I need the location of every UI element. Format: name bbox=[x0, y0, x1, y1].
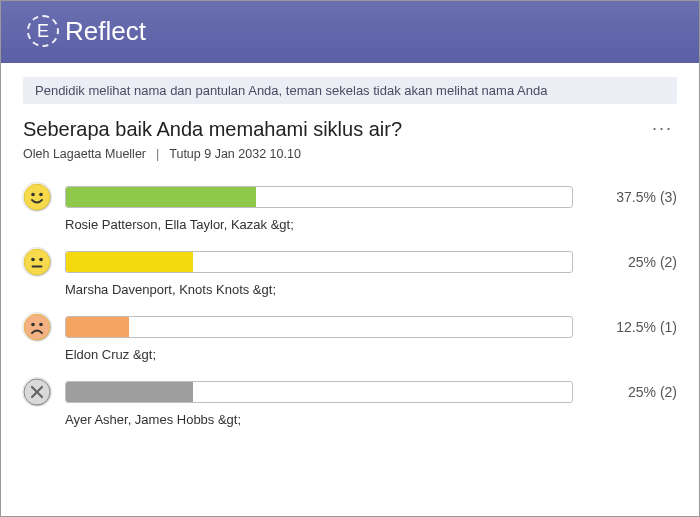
app-name: Reflect bbox=[65, 16, 146, 47]
result-bar bbox=[65, 251, 573, 273]
svg-point-7 bbox=[24, 314, 50, 340]
svg-point-0 bbox=[24, 184, 50, 210]
result-bar bbox=[65, 186, 573, 208]
result-percent: 25% (2) bbox=[587, 384, 677, 400]
app-logo: E Reflect bbox=[27, 15, 146, 47]
result-row: 25% (2)Marsha Davenport, Knots Knots &gt… bbox=[23, 248, 677, 297]
svg-point-5 bbox=[39, 258, 43, 262]
svg-point-2 bbox=[39, 193, 43, 197]
results-list: 37.5% (3)Rosie Patterson, Ella Taylor, K… bbox=[23, 183, 677, 427]
poll-question: Seberapa baik Anda memahami siklus air? bbox=[23, 118, 402, 141]
result-bar bbox=[65, 381, 573, 403]
result-bar-fill bbox=[66, 317, 129, 337]
logo-letter-icon: E bbox=[27, 15, 59, 47]
result-row: 37.5% (3)Rosie Patterson, Ella Taylor, K… bbox=[23, 183, 677, 232]
author-label: Oleh Lagaetta Mueller bbox=[23, 147, 146, 161]
result-percent: 12.5% (1) bbox=[587, 319, 677, 335]
result-percent: 25% (2) bbox=[587, 254, 677, 270]
happy-face-icon bbox=[23, 183, 51, 211]
privacy-notice: Pendidik melihat nama dan pantulan Anda,… bbox=[23, 77, 677, 104]
app-header: E Reflect bbox=[1, 1, 699, 63]
svg-point-3 bbox=[24, 249, 50, 275]
respondent-names[interactable]: Marsha Davenport, Knots Knots &gt; bbox=[65, 282, 677, 297]
none-face-icon bbox=[23, 378, 51, 406]
respondent-names[interactable]: Eldon Cruz &gt; bbox=[65, 347, 677, 362]
poll-meta: Oleh Lagaetta Mueller | Tutup 9 Jan 2032… bbox=[23, 147, 402, 161]
result-bar-fill bbox=[66, 252, 193, 272]
svg-point-4 bbox=[31, 258, 35, 262]
more-options-button[interactable]: ··· bbox=[648, 118, 677, 139]
respondent-names[interactable]: Rosie Patterson, Ella Taylor, Kazak &gt; bbox=[65, 217, 677, 232]
svg-point-9 bbox=[39, 323, 43, 327]
respondent-names[interactable]: Ayer Asher, James Hobbs &gt; bbox=[65, 412, 677, 427]
content-area: Pendidik melihat nama dan pantulan Anda,… bbox=[1, 63, 699, 516]
svg-point-8 bbox=[31, 323, 35, 327]
result-row: 25% (2)Ayer Asher, James Hobbs &gt; bbox=[23, 378, 677, 427]
result-bar-fill bbox=[66, 187, 256, 207]
close-time: Tutup 9 Jan 2032 10.10 bbox=[169, 147, 301, 161]
result-row: 12.5% (1)Eldon Cruz &gt; bbox=[23, 313, 677, 362]
result-bar-fill bbox=[66, 382, 193, 402]
reflect-window: E Reflect Pendidik melihat nama dan pant… bbox=[0, 0, 700, 517]
svg-point-1 bbox=[31, 193, 35, 197]
result-bar bbox=[65, 316, 573, 338]
meta-separator: | bbox=[156, 147, 159, 161]
sad-face-icon bbox=[23, 313, 51, 341]
result-percent: 37.5% (3) bbox=[587, 189, 677, 205]
neutral-face-icon bbox=[23, 248, 51, 276]
